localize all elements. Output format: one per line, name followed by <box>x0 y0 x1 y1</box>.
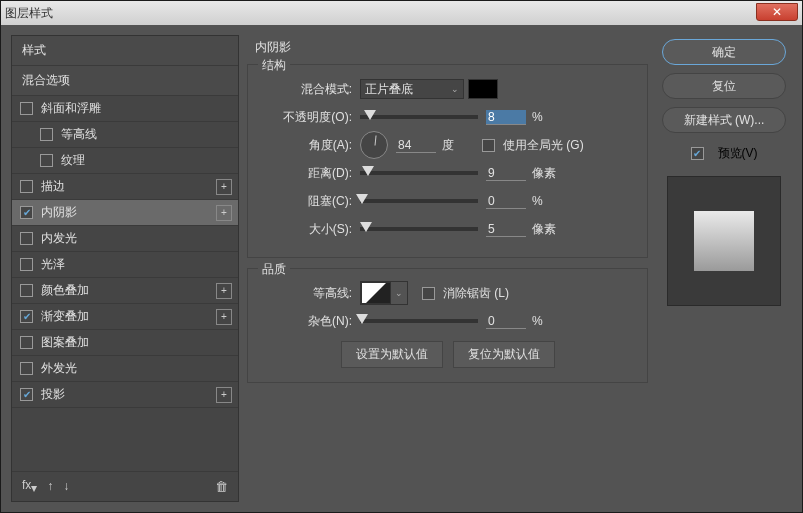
noise-input[interactable] <box>486 314 526 329</box>
distance-label: 距离(D): <box>262 165 352 182</box>
opacity-input[interactable] <box>486 110 526 125</box>
close-button[interactable]: ✕ <box>756 3 798 21</box>
sidebar-item-label: 等高线 <box>61 126 97 143</box>
effect-checkbox[interactable] <box>20 388 33 401</box>
effect-settings-panel: 内阴影 结构 混合模式: 正片叠底 ⌄ 不透明度(O): % <box>247 35 648 502</box>
size-unit: 像素 <box>532 221 562 238</box>
sidebar-item[interactable]: 等高线 <box>12 122 238 148</box>
choke-label: 阻塞(C): <box>262 193 352 210</box>
effect-checkbox[interactable] <box>20 310 33 323</box>
effect-checkbox[interactable] <box>20 232 33 245</box>
sidebar-footer: fx▾ ↑ ↓ 🗑 <box>12 471 238 501</box>
sidebar-item-label: 内阴影 <box>41 204 77 221</box>
move-down-icon[interactable]: ↓ <box>63 479 69 493</box>
sidebar-item[interactable]: 光泽 <box>12 252 238 278</box>
move-up-icon[interactable]: ↑ <box>47 479 53 493</box>
quality-fieldset: 品质 等高线: ⌄ 消除锯齿 (L) 杂色(N): % <box>247 268 648 383</box>
styles-header[interactable]: 样式 <box>12 36 238 66</box>
opacity-label: 不透明度(O): <box>262 109 352 126</box>
effect-checkbox[interactable] <box>40 128 53 141</box>
effect-title: 内阴影 <box>247 35 648 60</box>
preview-checkbox[interactable] <box>691 147 704 160</box>
sidebar-item-label: 内发光 <box>41 230 77 247</box>
sidebar-item-label: 图案叠加 <box>41 334 89 351</box>
angle-unit: 度 <box>442 137 472 154</box>
effect-checkbox[interactable] <box>20 284 33 297</box>
chevron-down-icon: ⌄ <box>451 84 459 94</box>
cancel-button[interactable]: 复位 <box>662 73 786 99</box>
effect-checkbox[interactable] <box>20 102 33 115</box>
blend-mode-label: 混合模式: <box>262 81 352 98</box>
antialiased-checkbox[interactable] <box>422 287 435 300</box>
add-instance-button[interactable]: + <box>216 283 232 299</box>
sidebar-item[interactable]: 内阴影+ <box>12 200 238 226</box>
new-style-button[interactable]: 新建样式 (W)... <box>662 107 786 133</box>
sidebar-item[interactable]: 颜色叠加+ <box>12 278 238 304</box>
contour-picker[interactable]: ⌄ <box>360 281 408 305</box>
effect-checkbox[interactable] <box>40 154 53 167</box>
structure-legend: 结构 <box>258 57 290 74</box>
quality-legend: 品质 <box>258 261 290 278</box>
sidebar-item[interactable]: 斜面和浮雕 <box>12 96 238 122</box>
choke-unit: % <box>532 194 562 208</box>
sidebar-item[interactable]: 渐变叠加+ <box>12 304 238 330</box>
size-slider[interactable] <box>360 227 478 231</box>
sidebar-item[interactable]: 投影+ <box>12 382 238 408</box>
preview-label: 预览(V) <box>718 145 758 162</box>
noise-label: 杂色(N): <box>262 313 352 330</box>
sidebar-item[interactable]: 图案叠加 <box>12 330 238 356</box>
sidebar-item-label: 渐变叠加 <box>41 308 89 325</box>
sidebar-item[interactable]: 内发光 <box>12 226 238 252</box>
sidebar-item-label: 纹理 <box>61 152 85 169</box>
make-default-button[interactable]: 设置为默认值 <box>341 341 443 368</box>
add-instance-button[interactable]: + <box>216 387 232 403</box>
blending-options-header[interactable]: 混合选项 <box>12 66 238 96</box>
fx-menu-button[interactable]: fx▾ <box>22 478 37 495</box>
add-instance-button[interactable]: + <box>216 309 232 325</box>
layer-style-dialog: 图层样式 ✕ 样式 混合选项 斜面和浮雕等高线纹理描边+内阴影+内发光光泽颜色叠… <box>0 0 803 513</box>
size-input[interactable] <box>486 222 526 237</box>
angle-dial[interactable] <box>360 131 388 159</box>
angle-input[interactable] <box>396 138 436 153</box>
sidebar-item[interactable]: 外发光 <box>12 356 238 382</box>
sidebar-item-label: 外发光 <box>41 360 77 377</box>
effect-checkbox[interactable] <box>20 180 33 193</box>
content-area: 样式 混合选项 斜面和浮雕等高线纹理描边+内阴影+内发光光泽颜色叠加+渐变叠加+… <box>1 25 802 512</box>
reset-default-button[interactable]: 复位为默认值 <box>453 341 555 368</box>
sidebar-item-label: 投影 <box>41 386 65 403</box>
blend-mode-select[interactable]: 正片叠底 ⌄ <box>360 79 464 99</box>
angle-label: 角度(A): <box>262 137 352 154</box>
global-light-label: 使用全局光 (G) <box>503 137 584 154</box>
distance-input[interactable] <box>486 166 526 181</box>
shadow-color-swatch[interactable] <box>468 79 498 99</box>
add-instance-button[interactable]: + <box>216 179 232 195</box>
trash-icon[interactable]: 🗑 <box>215 479 228 494</box>
ok-button[interactable]: 确定 <box>662 39 786 65</box>
sidebar-item[interactable]: 纹理 <box>12 148 238 174</box>
chevron-down-icon: ⌄ <box>391 288 407 298</box>
right-column: 确定 复位 新建样式 (W)... 预览(V) <box>656 35 792 502</box>
effect-checkbox[interactable] <box>20 206 33 219</box>
preview-thumbnail <box>694 211 754 271</box>
opacity-slider[interactable] <box>360 115 478 119</box>
choke-input[interactable] <box>486 194 526 209</box>
effect-checkbox[interactable] <box>20 336 33 349</box>
effect-checkbox[interactable] <box>20 362 33 375</box>
add-instance-button[interactable]: + <box>216 205 232 221</box>
sidebar-item[interactable]: 描边+ <box>12 174 238 200</box>
opacity-unit: % <box>532 110 562 124</box>
choke-slider[interactable] <box>360 199 478 203</box>
effect-checkbox[interactable] <box>20 258 33 271</box>
sidebar-item-label: 斜面和浮雕 <box>41 100 101 117</box>
structure-fieldset: 结构 混合模式: 正片叠底 ⌄ 不透明度(O): % 角度(A): <box>247 64 648 258</box>
noise-unit: % <box>532 314 562 328</box>
titlebar[interactable]: 图层样式 ✕ <box>1 1 802 25</box>
sidebar-item-label: 颜色叠加 <box>41 282 89 299</box>
sidebar-item-label: 描边 <box>41 178 65 195</box>
distance-slider[interactable] <box>360 171 478 175</box>
noise-slider[interactable] <box>360 319 478 323</box>
global-light-checkbox[interactable] <box>482 139 495 152</box>
distance-unit: 像素 <box>532 165 562 182</box>
contour-swatch-icon <box>361 282 391 304</box>
preview-box <box>667 176 781 306</box>
